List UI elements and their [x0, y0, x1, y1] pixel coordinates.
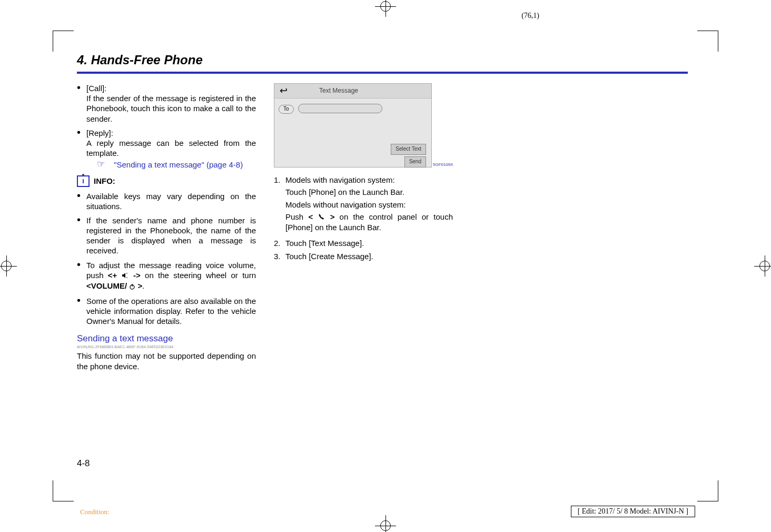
step-1-text-a: Models with navigation system: [285, 175, 453, 185]
info-text-1: Available keys may vary depending on the… [86, 191, 256, 211]
info-text-3: To adjust the message reading voice volu… [86, 260, 256, 292]
info-text-2: If the sender's name and phone number is… [86, 215, 256, 256]
columns: • [Call]: If the sender of the message i… [77, 83, 688, 371]
info-heading: ı INFO: [77, 175, 256, 187]
call-label: [Call]: [86, 84, 106, 93]
step-3: 3. Touch [Create Message]. [274, 251, 453, 261]
bullet-dot-icon: • [77, 297, 86, 327]
reply-link: "Sending a text message" (page 4-8) [114, 160, 243, 169]
info-item-2: • If the sender's name and phone number … [77, 215, 256, 256]
reply-label: [Reply]: [86, 129, 113, 137]
power-icon [129, 282, 135, 292]
registration-mark-left [0, 255, 17, 277]
title-rule [77, 72, 688, 74]
info3-b2: -> [129, 271, 141, 280]
crop-mark-tl [53, 31, 74, 52]
info-item-4: • Some of the operations are also availa… [77, 296, 256, 327]
page-number: 4-8 [77, 458, 90, 469]
step-1: 1. Models with navigation system: Touch … [274, 175, 453, 234]
screenshot-to-input [298, 104, 382, 113]
step-2: 2. Touch [Text Message]. [274, 238, 453, 248]
step-1-number: 1. [274, 175, 285, 234]
pointing-hand-icon [97, 161, 111, 170]
column-2: ↩ Text Message To Select Text Send 5GF01… [274, 83, 453, 371]
step-3-number: 3. [274, 251, 285, 261]
section-title: 4. Hands-Free Phone [77, 53, 688, 67]
step-1-text-c: Models without navigation system: [285, 200, 453, 210]
screenshot-code: 5GF0109X [433, 162, 453, 168]
bullet-call: • [Call]: If the sender of the message i… [77, 83, 256, 124]
registration-mark-bottom [375, 515, 396, 532]
bullet-dot-icon: • [77, 129, 86, 171]
page-content: 4. Hands-Free Phone • [Call]: If the sen… [77, 53, 688, 469]
screenshot-title: Text Message [319, 87, 358, 95]
step1d-b1: < [308, 212, 318, 221]
phone-handset-icon [318, 212, 325, 222]
bullet-dot-icon: • [77, 192, 86, 212]
info-icon: ı [77, 175, 90, 187]
screenshot-body: To Select Text Send [274, 98, 431, 167]
crop-mark-tr [697, 31, 718, 52]
screenshot-to-label: To [279, 105, 294, 114]
bullet-reply: • [Reply]: A reply message can be select… [77, 128, 256, 170]
info3-e: . [142, 281, 144, 290]
edit-info-box: [ Edit: 2017/ 5/ 8 Model: AIVINJ-N ] [571, 506, 695, 517]
step1d-a: Push [285, 212, 308, 221]
call-text: If the sender of the message is register… [86, 93, 256, 124]
info3-d2: > [135, 281, 142, 290]
crop-mark-bl [53, 480, 74, 501]
bullet-dot-icon: • [77, 84, 86, 124]
info3-b1: <+ [108, 271, 122, 280]
screenshot-text-message: ↩ Text Message To Select Text Send [274, 83, 432, 168]
bullet-dot-icon: • [77, 216, 86, 257]
screenshot-select-text-button: Select Text [391, 144, 426, 155]
registration-mark-right [754, 255, 771, 277]
registration-mark-top [375, 0, 396, 17]
step1d-b2: > [325, 212, 334, 221]
info3-c: on the steering wheel or turn [141, 271, 256, 280]
info3-d1: <VOLUME/ [86, 281, 129, 290]
info-item-1: • Available keys may vary depending on t… [77, 191, 256, 211]
speaker-icon [122, 271, 129, 281]
step-1-text-d: Push < > on the control panel or touch [… [285, 212, 453, 233]
step-2-number: 2. [274, 238, 285, 248]
step-1-text-b: Touch [Phone] on the Launch Bar. [285, 187, 453, 197]
screenshot-send-button: Send [404, 156, 426, 168]
reply-text: A reply message can be selected from the… [86, 138, 256, 158]
info-label: INFO: [94, 176, 115, 186]
condition-label: Condition: [80, 508, 110, 516]
back-arrow-icon: ↩ [280, 85, 288, 97]
subheading-text: This function may not be supported depen… [77, 351, 256, 371]
info-text-4: Some of the operations are also availabl… [86, 296, 256, 327]
page-coordinates: (76,1) [521, 12, 539, 20]
guid-code: AIVINJN1-2F6880B3-BAEC-4B6F-91B4-5465323… [77, 345, 256, 350]
screenshot-header: ↩ Text Message [274, 84, 431, 98]
column-3 [471, 83, 650, 371]
bullet-dot-icon: • [77, 261, 86, 292]
crop-mark-br [697, 480, 718, 501]
subheading-sending: Sending a text message [77, 333, 256, 344]
column-1: • [Call]: If the sender of the message i… [77, 83, 256, 371]
info-item-3: • To adjust the message reading voice vo… [77, 260, 256, 292]
step-3-text: Touch [Create Message]. [285, 251, 453, 261]
step-2-text: Touch [Text Message]. [285, 238, 453, 248]
